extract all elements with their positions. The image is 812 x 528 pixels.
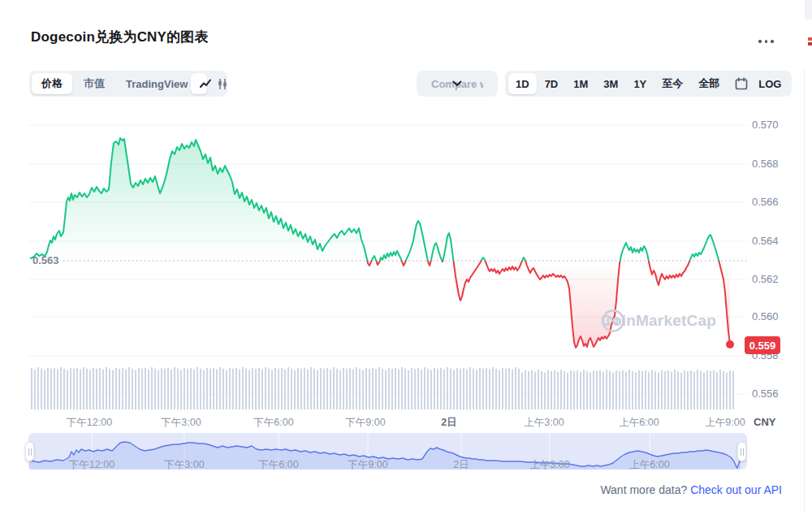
- minimap-left-handle[interactable]: [25, 442, 34, 461]
- view-tab-0[interactable]: 价格: [32, 73, 72, 94]
- kebab-menu-icon[interactable]: [758, 34, 780, 49]
- y-axis-label: 0.564: [752, 235, 789, 247]
- range-7D[interactable]: 7D: [538, 73, 566, 94]
- panel-divider: [804, 68, 805, 513]
- line-chart-icon[interactable]: [191, 73, 207, 94]
- x-axis-label: 下午9:00: [345, 416, 385, 430]
- minimap-axis-label: 上午3:00: [529, 458, 569, 472]
- x-axis-label: 下午6:00: [253, 416, 293, 430]
- minimap-right-handle[interactable]: [737, 442, 746, 461]
- y-axis-label: 0.568: [752, 158, 789, 170]
- page-title: Dogecoin兑换为CNY的图表: [31, 28, 209, 46]
- view-tab-group: 价格市值TradingView: [29, 71, 200, 97]
- last-price-badge: 0.559: [745, 336, 780, 354]
- api-promo-row: Want more data? Check out our API: [0, 483, 782, 496]
- view-tab-1[interactable]: 市值: [74, 73, 114, 94]
- x-axis-label: 下午12:00: [67, 416, 112, 430]
- y-axis-label: 0.562: [752, 273, 789, 285]
- view-tab-2[interactable]: TradingView: [116, 73, 197, 94]
- range-1Y[interactable]: 1Y: [626, 73, 654, 94]
- chevron-down-icon: [452, 80, 462, 87]
- range-全部[interactable]: 全部: [691, 73, 727, 94]
- y-axis-label: 0.556: [752, 387, 789, 400]
- x-axis-label: 下午3:00: [161, 416, 201, 430]
- range-3M[interactable]: 3M: [596, 73, 625, 94]
- range-selector-group: 1D7D1M3M1Y至今全部LOG: [505, 71, 792, 97]
- minimap-axis-label: 2日: [453, 458, 469, 472]
- minimap-axis-label: 下午6:00: [258, 458, 298, 472]
- currency-label: CNY: [754, 416, 775, 428]
- price-area-up: [31, 138, 730, 348]
- minimap-axis-label: 下午3:00: [164, 458, 204, 472]
- x-axis-label: 上午6:00: [619, 416, 659, 430]
- last-price-dot: [726, 340, 734, 348]
- range-1D[interactable]: 1D: [508, 73, 537, 94]
- x-axis-label: 上午3:00: [524, 416, 564, 430]
- page-edge-strip: [805, 0, 812, 19]
- y-axis-label: 0.566: [752, 196, 789, 208]
- y-axis-label: 0.560: [752, 310, 789, 322]
- x-axis-label: 2日: [441, 416, 456, 430]
- chart-page: Dogecoin兑换为CNY的图表 价格市值TradingView Compar…: [0, 0, 812, 528]
- log-scale-toggle[interactable]: LOG: [751, 73, 788, 94]
- y-axis-label: 0.570: [752, 119, 789, 131]
- compare-dropdown[interactable]: Compare w: [417, 71, 498, 97]
- volume-bars: [31, 367, 734, 409]
- chart-type-group: [188, 71, 227, 97]
- minimap-axis-label: 下午9:00: [348, 458, 387, 472]
- api-prompt-text: Want more data?: [600, 483, 687, 496]
- x-axis-label: 上午9:00: [705, 416, 745, 430]
- minimap-axis-label: 上午6:00: [629, 458, 669, 472]
- calendar-icon[interactable]: [728, 73, 742, 94]
- minimap-axis-label: 下午12:00: [69, 458, 114, 472]
- reference-price-label: 0.563: [32, 254, 59, 266]
- api-link[interactable]: Check out our API: [690, 483, 782, 496]
- range-至今[interactable]: 至今: [654, 73, 690, 94]
- cropped-edge-icon: [808, 37, 812, 48]
- price-chart-area[interactable]: [24, 114, 749, 416]
- range-1M[interactable]: 1M: [566, 73, 595, 94]
